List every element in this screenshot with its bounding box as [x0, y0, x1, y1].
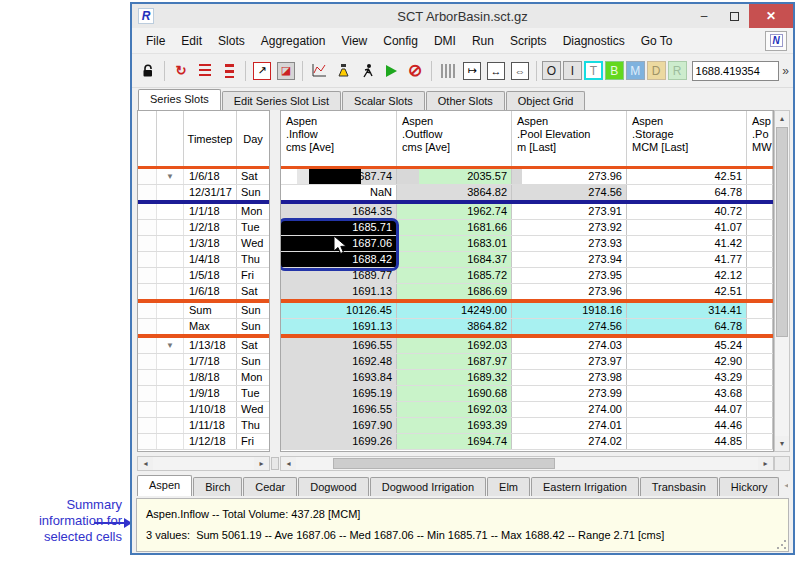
data-cell[interactable]: 3864.82: [397, 319, 512, 334]
data-cell[interactable]: [747, 354, 773, 369]
menu-scripts[interactable]: Scripts: [502, 29, 555, 53]
data-cell[interactable]: [747, 402, 773, 417]
scroll-down-icon[interactable]: ▾: [775, 436, 789, 451]
day-cell[interactable]: Tue: [237, 386, 269, 401]
data-cell[interactable]: 1699.26: [281, 434, 397, 449]
sct-config-icon[interactable]: [332, 60, 354, 82]
data-cell[interactable]: [747, 284, 773, 299]
data-cell[interactable]: 1689.77: [281, 268, 397, 283]
open-slot-icon[interactable]: ↗: [251, 60, 273, 82]
data-cell[interactable]: 1696.55: [281, 402, 397, 417]
menu-config[interactable]: Config: [375, 29, 426, 53]
timestep-cell[interactable]: 12/31/17: [184, 185, 237, 200]
data-cell[interactable]: 1918.16: [512, 303, 627, 318]
data-cell[interactable]: 274.03: [512, 338, 627, 353]
day-header[interactable]: Day: [237, 111, 269, 166]
vertical-scrollbar[interactable]: ▴ ▾: [774, 110, 790, 452]
day-cell[interactable]: Fri: [237, 268, 269, 283]
data-cell[interactable]: 1693.84: [281, 370, 397, 385]
timestep-cell[interactable]: 1/4/18: [184, 252, 237, 267]
horizontal-scroll-thumb[interactable]: [333, 458, 555, 469]
data-cell[interactable]: [747, 319, 773, 334]
data-cell[interactable]: 44.85: [627, 434, 747, 449]
start-run-icon[interactable]: [380, 60, 402, 82]
flag-output-button[interactable]: O: [542, 61, 561, 80]
menu-diagnostics[interactable]: Diagnostics: [555, 29, 633, 53]
data-cell[interactable]: 273.95: [512, 268, 627, 283]
data-cell[interactable]: 3864.82: [397, 185, 512, 200]
frozen-horizontal-scrollbar[interactable]: ◂ ▸: [137, 456, 270, 471]
frozen-hscroll-track[interactable]: [153, 457, 254, 470]
flag-b-button[interactable]: B: [605, 61, 624, 80]
tab-scalar-slots[interactable]: Scalar Slots: [342, 91, 425, 110]
day-cell[interactable]: Wed: [237, 236, 269, 251]
run-control-icon[interactable]: [356, 60, 378, 82]
object-tab-birch[interactable]: Birch: [193, 477, 242, 496]
data-cell[interactable]: 273.99: [512, 386, 627, 401]
timestep-cell[interactable]: 1/2/18: [184, 220, 237, 235]
data-hscroll-track[interactable]: [296, 457, 758, 470]
data-cell[interactable]: 1690.68: [397, 386, 512, 401]
data-cell[interactable]: 1696.55: [281, 338, 397, 353]
menu-edit[interactable]: Edit: [173, 29, 210, 53]
flag-m-button[interactable]: M: [626, 61, 645, 80]
data-cell[interactable]: 273.91: [512, 204, 627, 219]
data-cell[interactable]: 10126.45: [281, 303, 397, 318]
data-cell[interactable]: 274.00: [512, 402, 627, 417]
aggregation-toggle-icon[interactable]: ▼: [157, 338, 184, 353]
data-cell[interactable]: 1693.39: [397, 418, 512, 433]
menu-aggregation[interactable]: Aggregation: [253, 29, 334, 53]
data-cell[interactable]: 273.98: [512, 370, 627, 385]
data-cell[interactable]: [747, 236, 773, 251]
lock-icon[interactable]: [137, 60, 159, 82]
data-cell[interactable]: [747, 418, 773, 433]
day-cell[interactable]: Sun: [237, 319, 269, 334]
tab-edit-series-slot-list[interactable]: Edit Series Slot List: [222, 91, 341, 110]
data-cell[interactable]: 1689.32: [397, 370, 512, 385]
timestep-cell[interactable]: 1/8/18: [184, 370, 237, 385]
data-cell[interactable]: 41.77: [627, 252, 747, 267]
fit-column-icon[interactable]: ↔: [485, 60, 507, 82]
tab-scroll-left-icon[interactable]: ◀: [780, 476, 788, 494]
data-cell[interactable]: 42.51: [627, 169, 747, 184]
data-cell[interactable]: [747, 185, 773, 200]
menu-run[interactable]: Run: [464, 29, 502, 53]
object-tab-hickory[interactable]: Hickory: [719, 477, 780, 496]
data-cell[interactable]: [747, 204, 773, 219]
close-button[interactable]: ✕: [749, 4, 793, 28]
day-cell[interactable]: Wed: [237, 402, 269, 417]
data-cell[interactable]: 64.78: [627, 319, 747, 334]
day-cell[interactable]: Sat: [237, 169, 269, 184]
data-cell[interactable]: 1687.97: [397, 354, 512, 369]
filter-rows-icon[interactable]: [194, 60, 216, 82]
data-cell[interactable]: NaN: [281, 185, 397, 200]
data-cell[interactable]: 44.46: [627, 418, 747, 433]
timestep-cell[interactable]: 1/13/18: [184, 338, 237, 353]
data-cell[interactable]: 274.02: [512, 434, 627, 449]
data-cell[interactable]: [747, 220, 773, 235]
flag-input-button[interactable]: I: [563, 61, 582, 80]
data-cell[interactable]: 41.07: [627, 220, 747, 235]
data-cell[interactable]: [747, 169, 773, 184]
data-cell[interactable]: 1683.01: [397, 236, 512, 251]
data-cell[interactable]: [747, 370, 773, 385]
data-cell[interactable]: 274.01: [512, 418, 627, 433]
data-cell[interactable]: 40.72: [627, 204, 747, 219]
object-tab-transbasin[interactable]: Transbasin: [640, 477, 718, 496]
column-header-aspen-outflow[interactable]: Aspen.Outflowcms [Ave]: [397, 111, 512, 166]
scroll-left-icon[interactable]: ◂: [281, 457, 296, 470]
timestep-cell[interactable]: 1/6/18: [184, 284, 237, 299]
data-cell[interactable]: 1681.66: [397, 220, 512, 235]
aggregation-toggle-icon[interactable]: ▼: [157, 169, 184, 184]
data-cell[interactable]: 43.68: [627, 386, 747, 401]
menu-go-to[interactable]: Go To: [633, 29, 681, 53]
data-cell[interactable]: 1695.19: [281, 386, 397, 401]
data-cell[interactable]: 1684.35: [281, 204, 397, 219]
vertical-scroll-thumb[interactable]: [776, 127, 788, 337]
data-cell[interactable]: 43.29: [627, 370, 747, 385]
day-cell[interactable]: Thu: [237, 418, 269, 433]
day-cell[interactable]: Sat: [237, 284, 269, 299]
toolbar-overflow-chevron[interactable]: »: [782, 64, 789, 78]
data-cell[interactable]: [747, 252, 773, 267]
open-object-icon[interactable]: ◪: [275, 60, 297, 82]
